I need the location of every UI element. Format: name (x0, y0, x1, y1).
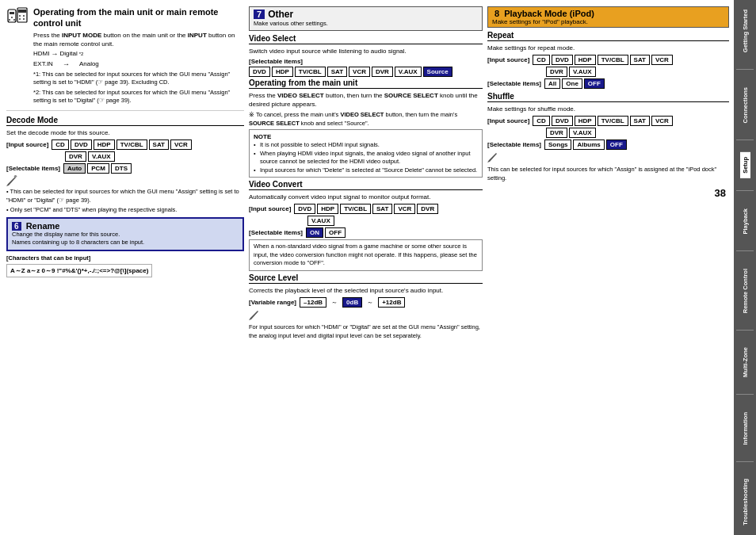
sidebar-tab-getting-started[interactable]: Getting Started (740, 5, 750, 57)
sidebar-tab-connections[interactable]: Connections (740, 82, 750, 128)
convert-tvcbl: TV/CBL (340, 204, 371, 214)
video-dvd: DVD (249, 67, 270, 77)
other-desc: Make various other settings. (254, 20, 478, 29)
svg-rect-6 (18, 10, 26, 13)
rename-num: 6 (12, 222, 21, 231)
main-unit-section: Operating from the main unit or main rem… (6, 6, 244, 111)
video-selectable-row: [Selectable items] (249, 58, 483, 65)
repeat-vcr: VCR (651, 55, 673, 65)
video-convert-title: Video Convert (249, 180, 483, 190)
convert-input-label: [Input source] (249, 205, 291, 212)
convert-dvd: DVD (294, 204, 315, 214)
note-bullet-3: Input sources for which "Delete" is sele… (254, 166, 478, 175)
shuffle-title: Shuffle (487, 92, 729, 102)
source-range-row: [Variable range] –12dB ～ 0dB ～ +12dB (249, 297, 483, 308)
shuffle-albums: Albums (573, 139, 604, 150)
decode-input-label: [Input source] (6, 141, 48, 148)
shuffle-select-label: [Selectable items] (487, 141, 541, 148)
decode-note1: • This can be selected for input sources… (6, 188, 244, 204)
svg-marker-14 (487, 153, 497, 162)
sidebar-tab-information[interactable]: Information (740, 407, 750, 449)
rename-section: 6 Rename Change the display name for thi… (6, 217, 244, 251)
video-select-desc: Switch video input source while listenin… (249, 47, 483, 55)
sidebar-tab-troubleshooting[interactable]: Troubleshooting (740, 474, 750, 530)
shuffle-note: This can be selected for input sources f… (487, 166, 729, 182)
operating-note: ※ To cancel, press the main unit's VIDEO… (249, 111, 483, 128)
video-sat: SAT (327, 67, 347, 77)
remote-icon (6, 6, 29, 24)
svg-point-10 (23, 18, 25, 20)
pencil-icon-decode (6, 175, 17, 186)
convert-sat: SAT (372, 204, 392, 214)
sidebar-divider-4 (736, 250, 754, 251)
shuffle-section: Shuffle Make settings for shuffle mode. … (487, 92, 729, 182)
chars-label: [Characters that can be input] (6, 254, 244, 263)
shuffle-songs: Songs (544, 139, 571, 150)
range-min: –12dB (300, 297, 326, 308)
decode-sat: SAT (149, 139, 169, 150)
video-hdp: HDP (272, 67, 293, 77)
repeat-dvr: DVR (546, 67, 567, 77)
chars-value: A～Z a～z 0～9 !"#%&'()*+,-./:;<=>?@[\](spa… (6, 264, 152, 277)
decode-dvd: DVD (71, 139, 92, 150)
operating-title: Operating from the main unit (249, 78, 483, 89)
repeat-select-label: [Selectable items] (487, 80, 541, 87)
shuffle-off: OFF (606, 139, 627, 150)
convert-note: When a non-standard video signal from a … (254, 243, 477, 266)
svg-point-2 (11, 17, 13, 18)
video-vcr: VCR (349, 67, 370, 77)
shuffle-hdp: HDP (575, 116, 596, 126)
shuffle-select-row: [Selectable items] Songs Albums OFF (487, 139, 729, 150)
shuffle-desc: Make settings for shuffle mode. (487, 105, 729, 113)
video-vaux: V.AUX (395, 67, 422, 77)
decode-select-row: [Selectable items] Auto PCM DTS (6, 163, 244, 174)
other-header: 7 Other Make various other settings. (249, 6, 483, 31)
other-title: Other (268, 9, 293, 20)
decode-vaux: V.AUX (88, 151, 115, 162)
svg-point-7 (19, 15, 21, 17)
tilde2: ～ (367, 298, 373, 307)
sidebar-tab-multizone[interactable]: Multi-Zone (740, 342, 750, 382)
other-num: 7 (254, 10, 265, 19)
decode-cd: CD (52, 139, 69, 150)
repeat-title: Repeat (487, 31, 729, 41)
video-convert-section: Video Convert Automatically convert vide… (249, 180, 483, 271)
shuffle-dvr: DVR (546, 128, 567, 138)
svg-point-3 (9, 19, 10, 21)
playback-header: 8Playback Mode (iPod) Make settings for … (487, 6, 729, 28)
convert-dvr: DVR (417, 204, 438, 214)
range-max: +12dB (378, 297, 405, 308)
sidebar-tab-remote-control[interactable]: Remote Control (740, 264, 750, 318)
convert-off: OFF (325, 227, 346, 238)
source-note: For input sources for which "HDMI" or "D… (249, 323, 483, 340)
svg-marker-11 (6, 177, 16, 186)
page-number: 38 (715, 187, 726, 199)
shuffle-tvcbl: TV/CBL (598, 116, 628, 126)
convert-input-row: [Input source] DVD HDP TV/CBL SAT VCR DV… (249, 204, 483, 214)
decode-title: Decode Mode (6, 116, 244, 126)
sidebar-divider-3 (736, 190, 754, 191)
svg-marker-13 (249, 311, 258, 320)
right-column: 8Playback Mode (iPod) Make settings for … (487, 6, 729, 529)
decode-vcr: VCR (170, 139, 192, 150)
note-bullet-1: It is not possible to select HDMI input … (254, 141, 478, 150)
sidebar-tab-setup[interactable]: Setup (740, 152, 750, 178)
rename-desc1: Change the display name for this source. (12, 231, 239, 239)
convert-on: ON (306, 227, 323, 238)
repeat-vaux: V.AUX (569, 67, 596, 77)
playback-title: 8Playback Mode (iPod) (492, 9, 724, 18)
convert-select-row: [Selectable items] ON OFF (249, 227, 483, 238)
sidebar-divider-7 (736, 461, 754, 462)
pencil-icon-shuffle (487, 151, 498, 162)
repeat-one: One (562, 78, 582, 89)
video-selectable-label: [Selectable items] (249, 58, 303, 65)
main-unit-desc: Press the INPUT MODE button on the main … (33, 31, 244, 48)
tilde1: ～ (331, 298, 338, 307)
repeat-sat: SAT (630, 55, 650, 65)
operating-desc: Press the VIDEO SELECT button, then turn… (249, 91, 483, 109)
note-bullet-2: When playing HDMI video input signals, t… (254, 150, 478, 166)
source-level-section: Source Level Corrects the playback level… (249, 273, 483, 340)
sidebar-tab-playback[interactable]: Playback (740, 204, 750, 239)
decode-auto: Auto (63, 163, 86, 174)
repeat-desc: Make settings for repeat mode. (487, 44, 729, 52)
